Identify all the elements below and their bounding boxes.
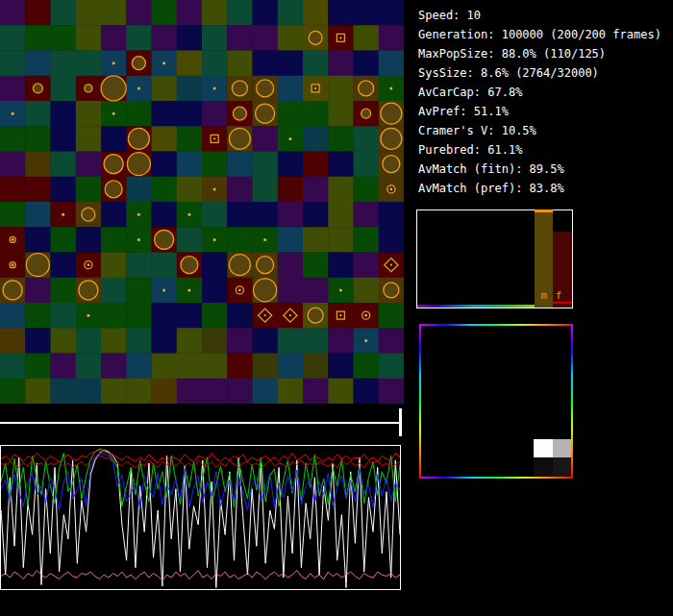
history-chart-plot <box>1 446 400 589</box>
app-window: { "app": {"background": "#000000", "text… <box>0 0 673 616</box>
matrix-cell <box>553 457 572 477</box>
world-cells-and-organisms-layer <box>0 0 404 404</box>
sex-histogram-inner: m f <box>417 210 572 308</box>
stat-line: Purebred: 61.1% <box>418 140 670 160</box>
history-chart <box>0 445 401 590</box>
stat-line: AvPref: 51.1% <box>418 102 670 121</box>
matrix-border-right <box>571 324 573 479</box>
sex-histogram: m f <box>416 209 573 308</box>
stat-line: AvMatch (pref): 83.8% <box>418 179 670 198</box>
stat-line: Cramer's V: 10.5% <box>418 121 670 140</box>
matrix-cell <box>553 439 572 458</box>
matrix-border-top <box>419 324 573 326</box>
timeline-scrollbar[interactable] <box>0 404 404 442</box>
matrix-border-bottom <box>419 477 573 479</box>
species-hue-strip <box>417 305 535 308</box>
world-grid[interactable] <box>0 0 404 404</box>
matrix-cell <box>534 439 553 458</box>
stat-line: Speed: 10 <box>418 6 670 25</box>
scrollbar-track[interactable] <box>0 422 402 424</box>
stat-line: AvCarCap: 67.8% <box>418 83 670 102</box>
histogram-bar-f-marker <box>553 302 572 304</box>
pairing-matrix <box>419 324 573 479</box>
matrix-border-left <box>419 324 421 479</box>
stat-line: MaxPopSize: 88.0% (110/125) <box>418 44 670 63</box>
stat-line: AvMatch (fitn): 89.5% <box>418 160 670 179</box>
stat-line: SysSize: 8.6% (2764/32000) <box>418 63 670 83</box>
histogram-bar-m-cap <box>535 209 553 212</box>
histogram-mf-label: m f <box>533 289 571 302</box>
stat-line: Generation: 100000 (200/200 frames) <box>418 25 670 44</box>
scrollbar-handle[interactable] <box>399 408 402 436</box>
stats-panel: Speed: 10Generation: 100000 (200/200 fra… <box>418 6 670 198</box>
matrix-cell <box>534 457 553 477</box>
